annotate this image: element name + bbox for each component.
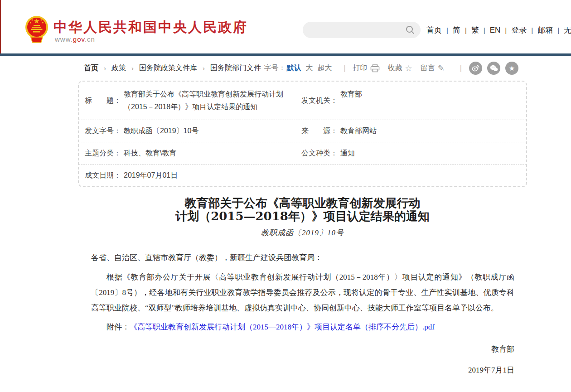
left-edge-line bbox=[0, 0, 1, 53]
document-title-line1: 教育部关于公布《高等职业教育创新发展行动 bbox=[78, 197, 527, 210]
document-number: 教职成函〔2019〕10号 bbox=[78, 227, 527, 238]
url-cn: .cn bbox=[85, 35, 95, 43]
search-input[interactable] bbox=[310, 23, 405, 37]
meta-cell-agency: 发文机关： 教育部 bbox=[301, 88, 520, 113]
share-qzone-button[interactable]: ★ bbox=[505, 62, 518, 75]
favorite-button[interactable]: 收藏 ☆ bbox=[388, 63, 412, 73]
meta-title-label: 标 题： bbox=[85, 94, 121, 107]
meta-row-title: 标 题： 教育部关于公布《高等职业教育创新发展行动计划（2015－2018年）》… bbox=[79, 82, 526, 120]
body-paragraph: 根据《教育部办公厅关于开展〈高等职业教育创新发展行动计划（2015－2018年）… bbox=[91, 270, 514, 316]
meta-type-label: 公文种类： bbox=[301, 149, 338, 158]
meta-date-value: 2019年07月01日 bbox=[124, 171, 178, 180]
star-icon: ☆ bbox=[405, 64, 412, 73]
printer-icon bbox=[370, 64, 380, 73]
breadcrumb-policy[interactable]: 政策 bbox=[111, 63, 126, 73]
meta-title-value: 教育部关于公布《高等职业教育创新发展行动计划（2015－2018年）》项目认定结… bbox=[124, 88, 300, 113]
nav-separator: | bbox=[505, 26, 507, 34]
site-url: www.gov.cn bbox=[55, 35, 95, 43]
signer: 教育部 bbox=[91, 345, 514, 354]
meta-topic-value: 科技、教育\教育 bbox=[124, 149, 176, 158]
breadcrumb-toolbar-row: 首页 › 政策 › 国务院政策文件库 › 国务院部门文件 字号： 默认 大 超大… bbox=[0, 56, 571, 81]
print-label: 打印 bbox=[353, 63, 368, 73]
font-size-xlarge-button[interactable]: 超大 bbox=[317, 63, 332, 73]
wechat-icon bbox=[490, 65, 498, 72]
nav-separator: | bbox=[465, 26, 467, 34]
comment-button[interactable]: 留言 ✎ bbox=[421, 63, 445, 73]
comment-label: 留言 bbox=[421, 63, 435, 73]
meta-source-value: 教育部网站 bbox=[340, 126, 377, 136]
pencil-icon: ✎ bbox=[438, 64, 445, 73]
document-title-line2: 计划（2015—2018年）》项目认定结果的通知 bbox=[78, 210, 527, 223]
print-button[interactable]: 打印 bbox=[353, 63, 380, 73]
meta-cell-source: 来 源： 教育部网站 bbox=[301, 126, 520, 136]
page: 中华人民共和国中央人民政府 www.gov.cn 首页|简|繁|EN|登录|邮箱… bbox=[0, 0, 571, 392]
search-box[interactable] bbox=[303, 22, 421, 38]
nav-mail[interactable]: 邮箱 bbox=[537, 26, 553, 34]
nav-separator: | bbox=[446, 26, 448, 34]
national-emblem-icon bbox=[25, 15, 48, 44]
meta-row-topic: 主题分类： 科技、教育\教育 公文种类： 通知 bbox=[79, 142, 526, 165]
attachment-pdf-link[interactable]: 《高等职业教育创新发展行动计划（2015—2018年）》项目认定名单（排序不分先… bbox=[130, 323, 435, 331]
toolbar-separator: | bbox=[344, 64, 345, 73]
nav-separator: | bbox=[484, 26, 485, 34]
meta-cell-topic: 主题分类： 科技、教育\教育 bbox=[85, 149, 301, 158]
attachment-line: 附件：《高等职业教育创新发展行动计划（2015—2018年）》项目认定名单（排序… bbox=[91, 323, 514, 332]
meta-cell-empty bbox=[301, 171, 520, 180]
toolbar-separator: | bbox=[460, 64, 462, 73]
site-header: 中华人民共和国中央人民政府 www.gov.cn 首页|简|繁|EN|登录|邮箱… bbox=[0, 0, 571, 53]
document-title: 教育部关于公布《高等职业教育创新发展行动 计划（2015—2018年）》项目认定… bbox=[78, 197, 527, 223]
url-gov: gov bbox=[73, 35, 85, 43]
meta-number-value: 教职成函〔2019〕10号 bbox=[124, 126, 198, 136]
breadcrumb-separator: › bbox=[203, 64, 205, 72]
meta-topic-label: 主题分类： bbox=[85, 149, 121, 158]
search-icon[interactable] bbox=[405, 25, 415, 35]
nav-english[interactable]: EN bbox=[490, 26, 501, 34]
nav-simplified[interactable]: 简 bbox=[453, 26, 460, 34]
meta-row-number: 发文字号： 教职成函〔2019〕10号 来 源： 教育部网站 bbox=[79, 120, 526, 142]
meta-source-label: 来 源： bbox=[301, 126, 338, 136]
meta-agency-label: 发文机关： bbox=[301, 94, 338, 107]
share-wechat-button[interactable] bbox=[487, 62, 500, 75]
meta-cell-number: 发文字号： 教职成函〔2019〕10号 bbox=[85, 126, 301, 136]
font-size-large-button[interactable]: 大 bbox=[305, 63, 313, 73]
breadcrumb: 首页 › 政策 › 国务院政策文件库 › 国务院部门文件 bbox=[84, 63, 261, 73]
meta-number-label: 发文字号： bbox=[85, 126, 121, 136]
nav-login[interactable]: 登录 bbox=[511, 26, 527, 34]
favorite-label: 收藏 bbox=[388, 63, 402, 73]
meta-agency-value: 教育部 bbox=[340, 88, 362, 113]
meta-cell-type: 公文种类： 通知 bbox=[301, 149, 520, 158]
meta-type-value: 通知 bbox=[340, 149, 355, 158]
national-emblem-logo[interactable] bbox=[25, 15, 48, 44]
page-toolbar: 字号： 默认 大 超大 | 打印 收藏 ☆ 留言 ✎ | bbox=[264, 62, 518, 75]
attachment-label: 附件： bbox=[106, 323, 130, 331]
breadcrumb-separator: › bbox=[131, 64, 134, 72]
font-size-default-button[interactable]: 默认 bbox=[286, 63, 301, 73]
meta-date-label: 成文日期： bbox=[85, 171, 121, 180]
nav-accessibility[interactable]: 无障碍 bbox=[564, 26, 571, 34]
document-meta-table: 标 题： 教育部关于公布《高等职业教育创新发展行动计划（2015－2018年）》… bbox=[78, 81, 527, 187]
document-body: 各省、自治区、直辖市教育厅（教委），新疆生产建设兵团教育局： 根据《教育部办公厅… bbox=[91, 250, 514, 375]
breadcrumb-home[interactable]: 首页 bbox=[84, 63, 98, 73]
weibo-icon bbox=[472, 65, 479, 72]
nav-traditional[interactable]: 繁 bbox=[471, 26, 479, 34]
site-title: 中华人民共和国中央人民政府 bbox=[53, 18, 248, 37]
meta-cell-title: 标 题： 教育部关于公布《高等职业教育创新发展行动计划（2015－2018年）》… bbox=[85, 88, 301, 113]
nav-separator: | bbox=[557, 26, 559, 34]
sign-date: 2019年7月1日 bbox=[91, 366, 514, 375]
nav-separator: | bbox=[531, 26, 533, 34]
meta-row-date: 成文日期： 2019年07月01日 bbox=[79, 165, 526, 186]
top-nav: 首页|简|繁|EN|登录|邮箱|无障碍 bbox=[426, 25, 571, 35]
document-article: 教育部关于公布《高等职业教育创新发展行动 计划（2015—2018年）》项目认定… bbox=[78, 197, 527, 375]
nav-home[interactable]: 首页 bbox=[426, 26, 442, 34]
qzone-star-icon: ★ bbox=[509, 65, 515, 72]
font-size-label: 字号： bbox=[264, 63, 286, 73]
share-weibo-button[interactable] bbox=[469, 62, 482, 75]
breadcrumb-policy-library[interactable]: 国务院政策文件库 bbox=[139, 63, 197, 73]
breadcrumb-separator: › bbox=[104, 64, 106, 72]
salutation-paragraph: 各省、自治区、直辖市教育厅（教委），新疆生产建设兵团教育局： bbox=[91, 250, 514, 266]
url-www: www. bbox=[55, 35, 73, 43]
meta-cell-date: 成文日期： 2019年07月01日 bbox=[85, 171, 301, 180]
breadcrumb-department-docs[interactable]: 国务院部门文件 bbox=[210, 63, 261, 73]
